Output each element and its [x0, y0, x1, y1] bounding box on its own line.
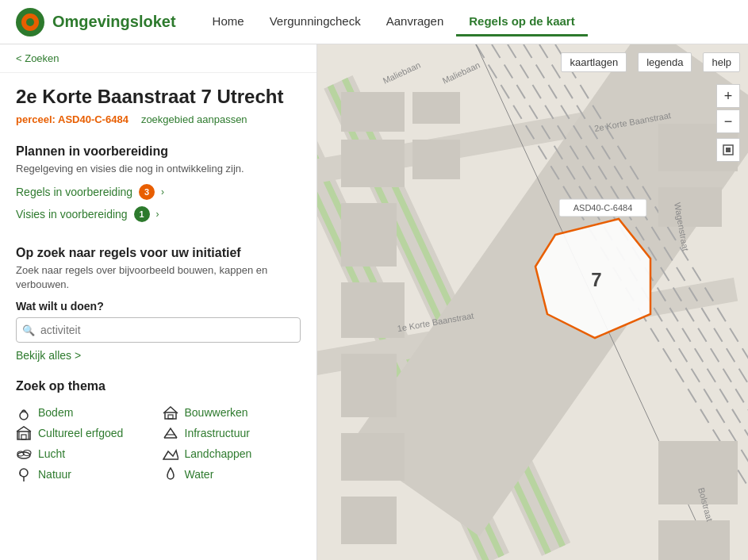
breadcrumb[interactable]: < Zoeken — [0, 44, 316, 73]
zoekgebied-link[interactable]: zoekgebied aanpassen — [141, 113, 247, 125]
landchappen-label: Landchappen — [185, 447, 252, 460]
map-controls-top: kaartlagen legenda help — [561, 52, 740, 72]
svg-rect-6 — [21, 435, 26, 439]
thema-bodem[interactable]: Bodem — [16, 405, 155, 420]
plannen-title: Plannen in voorbereiding — [16, 144, 301, 159]
nav-vergunningcheck[interactable]: Vergunningcheck — [257, 8, 374, 36]
regels-voorbereiding-link[interactable]: Regels in voorbereiding 3 › — [16, 184, 301, 200]
thema-water[interactable]: Water — [163, 466, 301, 482]
map-area[interactable]: kaartlagen legenda help + − — [317, 44, 748, 560]
svg-rect-37 — [341, 354, 397, 417]
thema-title: Zoek op thema — [16, 379, 301, 393]
thema-grid: Bodem Bouwwerken Cultureel erfgoed — [16, 397, 301, 490]
help-button[interactable]: help — [703, 52, 740, 72]
logo-icon — [16, 8, 44, 36]
map-zoom: + − — [716, 84, 740, 162]
svg-rect-38 — [341, 433, 405, 481]
svg-text:ASD40-C-6484: ASD40-C-6484 — [573, 203, 633, 213]
regels-chevron-icon: › — [161, 186, 164, 198]
bekijk-link[interactable]: Bekijk alles > — [16, 349, 301, 362]
plannen-desc: Regelgeving en visies die nog in ontwikk… — [16, 162, 301, 176]
lucht-icon — [16, 446, 32, 462]
regels-badge: 3 — [139, 184, 155, 200]
svg-rect-41 — [412, 140, 460, 179]
plannen-section: Plannen in voorbereiding Regelgeving en … — [0, 133, 316, 235]
nav-aanvragen[interactable]: Aanvragen — [374, 8, 457, 36]
visies-voorbereiding-link[interactable]: Visies in voorbereiding 1 › — [16, 206, 301, 222]
bodem-icon — [16, 405, 32, 420]
svg-rect-36 — [341, 282, 405, 338]
svg-rect-35 — [341, 203, 397, 267]
visies-badge: 1 — [134, 206, 150, 222]
thema-cultureel[interactable]: Cultureel erfgoed — [16, 425, 155, 441]
natuur-label: Natuur — [38, 468, 71, 481]
thema-section: Zoek op thema Bodem Bouwwerken — [0, 368, 316, 497]
main-nav: Home Vergunningcheck Aanvragen Regels op… — [200, 8, 588, 36]
regels-voorbereiding-label: Regels in voorbereiding — [16, 186, 132, 198]
address-meta: perceel: ASD40-C-6484 zoekgebied aanpass… — [16, 113, 301, 125]
svg-point-12 — [20, 469, 28, 477]
svg-rect-45 — [658, 520, 730, 560]
visies-voorbereiding-label: Visies in voorbereiding — [16, 208, 128, 221]
zoom-out-button[interactable]: − — [716, 109, 740, 133]
landchappen-icon — [163, 446, 178, 462]
address-title: 2e Korte Baanstraat 7 Utrecht — [16, 86, 301, 109]
thema-natuur[interactable]: Natuur — [16, 466, 155, 482]
initiatief-section: Op zoek naar regels voor uw initiatief Z… — [0, 235, 316, 368]
zoom-in-button[interactable]: + — [716, 84, 740, 108]
activity-search-input[interactable] — [16, 317, 301, 343]
thema-landchappen[interactable]: Landchappen — [163, 446, 301, 462]
cultureel-label: Cultureel erfgoed — [38, 427, 123, 439]
search-label: Wat wilt u doen? — [16, 300, 301, 313]
svg-point-0 — [20, 412, 28, 420]
cultureel-icon — [16, 425, 32, 441]
logo[interactable]: Omgevingsloket — [16, 8, 176, 36]
svg-text:7: 7 — [591, 269, 601, 290]
water-icon — [163, 466, 178, 482]
nav-home[interactable]: Home — [200, 8, 257, 36]
legenda-button[interactable]: legenda — [638, 52, 692, 72]
thema-lucht[interactable]: Lucht — [16, 446, 155, 462]
initiatief-title: Op zoek naar regels voor uw initiatief — [16, 246, 301, 260]
lucht-label: Lucht — [38, 447, 65, 460]
logo-text: Omgevingsloket — [52, 13, 176, 31]
water-label: Water — [185, 468, 214, 481]
bouwwerken-icon — [163, 405, 178, 420]
natuur-icon — [16, 466, 32, 482]
thema-infrastructuur[interactable]: Infrastructuur — [163, 425, 301, 441]
address-section: 2e Korte Baanstraat 7 Utrecht perceel: A… — [0, 73, 316, 133]
search-wrap: 🔍 — [16, 317, 301, 343]
map-svg: Maliebaan Maliebaan 2e Korte Baanstraat … — [317, 44, 748, 560]
svg-rect-1 — [165, 412, 176, 419]
infrastructuur-label: Infrastructuur — [185, 427, 250, 439]
svg-rect-43 — [658, 187, 722, 227]
kaartlagen-button[interactable]: kaartlagen — [561, 52, 627, 72]
visies-chevron-icon: › — [156, 209, 159, 220]
perceel-id: perceel: ASD40-C-6484 — [16, 113, 129, 125]
main-layout: < Zoeken 2e Korte Baanstraat 7 Utrecht p… — [0, 44, 748, 560]
svg-rect-33 — [341, 92, 405, 132]
svg-rect-34 — [341, 140, 405, 187]
svg-rect-15 — [726, 148, 731, 152]
zoom-extent-button[interactable] — [716, 138, 740, 162]
sidebar: < Zoeken 2e Korte Baanstraat 7 Utrecht p… — [0, 44, 317, 560]
svg-rect-44 — [658, 441, 738, 504]
thema-bouwwerken[interactable]: Bouwwerken — [163, 405, 301, 420]
svg-rect-39 — [341, 497, 397, 544]
bouwwerken-label: Bouwwerken — [185, 406, 248, 419]
infrastructuur-icon — [163, 425, 178, 441]
nav-regels[interactable]: Regels op de kaart — [456, 8, 587, 36]
bodem-label: Bodem — [38, 406, 73, 419]
search-icon: 🔍 — [22, 324, 35, 336]
app-header: Omgevingsloket Home Vergunningcheck Aanv… — [0, 0, 748, 44]
svg-rect-40 — [412, 92, 460, 124]
initiatief-desc: Zoek naar regels over bijvoorbeeld bouwe… — [16, 263, 301, 292]
extent-icon — [722, 144, 735, 156]
